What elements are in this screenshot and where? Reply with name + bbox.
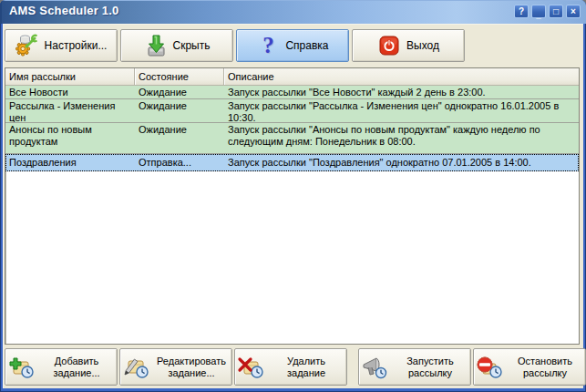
exit-icon [377,34,401,57]
row-status: Ожидание [135,123,224,153]
window-controls: ? _ □ × [514,5,581,18]
task-list: Имя рассылки Состояние Описание Все Ново… [5,67,580,345]
add-task-icon [7,356,35,379]
row-description: Запуск рассылки "Поздравления" однократн… [224,154,579,171]
table-row[interactable]: Рассылка - Изменения цен Ожидание Запуск… [5,99,579,123]
row-description: Запуск рассылки "Все Новости" каждый 2 д… [224,86,579,98]
row-status: Отправка... [135,154,224,171]
settings-icon [15,34,39,57]
exit-button[interactable]: Выход [352,29,465,62]
hide-button-label: Скрыть [173,39,211,52]
edit-task-button[interactable]: Редактировать задание... [119,348,232,386]
window-title: AMS Scheduler 1.0 [9,4,118,17]
start-mailing-label: Запустить рассылку [392,356,468,379]
delete-task-icon [237,356,264,379]
row-status: Ожидание [135,99,224,122]
add-task-button[interactable]: Добавить задание... [5,348,118,386]
stop-mailing-icon [476,356,503,379]
column-header-description[interactable]: Описание [224,68,579,85]
delete-task-button[interactable]: Удалить задание [234,348,347,386]
add-task-label: Добавить задание... [38,356,115,379]
edit-task-label: Редактировать задание... [153,356,230,379]
help-icon: ? [256,34,280,57]
close-button[interactable]: × [566,5,581,18]
hide-icon [144,34,168,57]
start-mailing-icon [361,356,388,379]
client-area: Настройки... Скрыть ? Справка [3,24,583,388]
maximize-icon: □ [553,7,559,16]
minimize-button[interactable]: _ [531,5,546,18]
help-button-label: Справка [285,39,328,52]
question-mark-glyph: ? [262,35,274,57]
list-header: Имя рассылки Состояние Описание [5,68,579,86]
row-name: Анонсы по новым продуктам [5,123,135,153]
start-mailing-button[interactable]: Запустить рассылку [358,348,471,386]
row-name: Все Новости [5,86,135,98]
help-window-glyph: ? [519,7,524,16]
row-name: Поздравления [5,154,135,171]
row-description: Запуск рассылки "Анонсы по новым продукт… [224,123,579,153]
stop-mailing-button[interactable]: Остановить рассылку [473,348,586,386]
row-description: Запуск рассылки "Рассылка - Изменения це… [224,99,579,122]
app-window: AMS Scheduler 1.0 ? _ □ × [0,0,586,392]
table-row-selected[interactable]: Поздравления Отправка... Запуск рассылки… [5,154,579,171]
help-window-button[interactable]: ? [514,5,529,18]
exit-button-label: Выход [406,39,439,52]
settings-button[interactable]: Настройки... [5,29,118,62]
table-row[interactable]: Анонсы по новым продуктам Ожидание Запус… [5,123,579,154]
delete-task-label: Удалить задание [268,356,344,379]
help-button[interactable]: ? Справка [236,29,349,62]
hide-button[interactable]: Скрыть [120,29,233,62]
row-status: Ожидание [135,86,224,98]
table-row[interactable]: Все Новости Ожидание Запуск рассылки "Вс… [5,86,579,99]
stop-mailing-label: Остановить рассылку [507,356,583,379]
close-icon: × [571,7,576,16]
column-header-status[interactable]: Состояние [135,68,224,85]
toolbar-group-separator [349,348,356,386]
row-name: Рассылка - Изменения цен [5,99,135,122]
title-bar[interactable]: AMS Scheduler 1.0 ? _ □ × [0,0,586,24]
maximize-button[interactable]: □ [549,5,563,18]
edit-task-icon [122,356,149,379]
top-toolbar: Настройки... Скрыть ? Справка [5,29,465,62]
column-header-name[interactable]: Имя рассылки [5,68,135,85]
minimize-icon: _ [536,10,541,19]
settings-button-label: Настройки... [45,39,108,52]
bottom-toolbar: Добавить задание... Редактировать задани… [5,348,586,386]
